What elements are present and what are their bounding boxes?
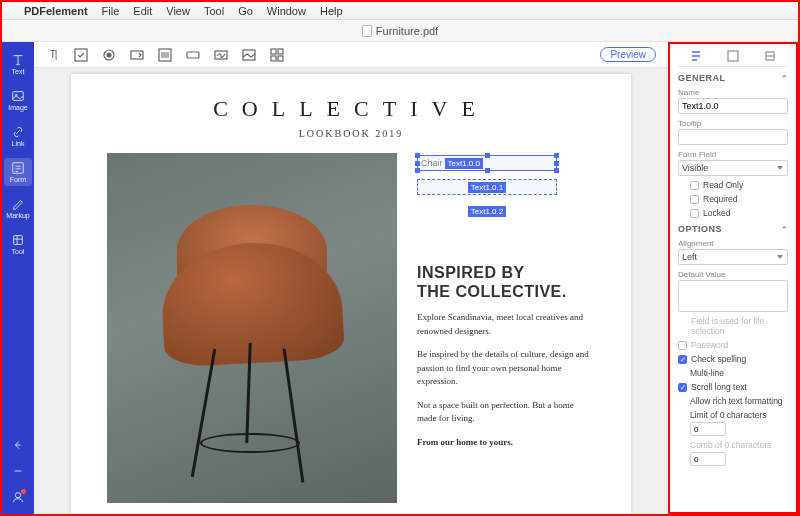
form-fields-area: Chair Text1.0.0 Text1.0.1 Text1.0.2 [417, 155, 595, 245]
sidebar-label: Tool [12, 248, 25, 255]
menu-help[interactable]: Help [320, 5, 343, 17]
link-icon [11, 125, 25, 139]
list-tool[interactable] [158, 48, 172, 62]
checkbox-file-selection[interactable]: Field is used for file selection [678, 316, 788, 336]
text-icon [11, 53, 25, 67]
preview-button[interactable]: Preview [600, 47, 656, 62]
checkbox-required[interactable]: Required [690, 194, 788, 204]
app-menu[interactable]: PDFelement [24, 5, 88, 17]
label-tooltip: Tooltip [678, 119, 788, 128]
page-subheading: LOOKBOOK 2019 [107, 128, 595, 139]
document-icon [362, 25, 372, 37]
properties-panel: GENERAL⌃ Name Tooltip Form Field Visible… [668, 42, 798, 514]
svg-rect-17 [728, 51, 738, 61]
body-paragraph: From our home to yours. [417, 436, 595, 450]
field-tag: Text1.0.2 [468, 206, 506, 217]
svg-rect-13 [271, 49, 276, 54]
label-formfield: Form Field [678, 150, 788, 159]
tab-actions-icon[interactable] [764, 50, 776, 62]
select-alignment[interactable]: Left [678, 249, 788, 265]
label-alignment: Alignment [678, 239, 788, 248]
checkbox-locked[interactable]: Locked [690, 208, 788, 218]
image-icon [11, 89, 25, 103]
menu-tool[interactable]: Tool [204, 5, 224, 17]
sidebar-label: Form [10, 176, 26, 183]
checkbox-comb[interactable]: Comb of 0 characters [690, 440, 788, 450]
checkbox-spelling[interactable]: Check spelling [678, 354, 788, 364]
page-heading: COLLECTIVE [107, 96, 595, 122]
markup-icon [11, 197, 25, 211]
label-default: Default Value [678, 270, 788, 279]
chevron-up-icon: ⌃ [781, 74, 789, 83]
checkbox-scroll[interactable]: Scroll long text [678, 382, 788, 392]
menu-file[interactable]: File [102, 5, 120, 17]
sidebar-item-text[interactable]: Text [4, 50, 32, 78]
checkbox-readonly[interactable]: Read Only [690, 180, 788, 190]
input-comb[interactable] [690, 452, 726, 466]
copy-headline: INSPIRED BYTHE COLLECTIVE. [417, 263, 595, 301]
sidebar-item-image[interactable]: Image [4, 86, 32, 114]
sidebar-item-markup[interactable]: Markup [4, 194, 32, 222]
svg-rect-10 [187, 52, 199, 58]
textarea-default[interactable] [678, 280, 788, 312]
menu-edit[interactable]: Edit [133, 5, 152, 17]
input-limit[interactable] [690, 422, 726, 436]
field-tag: Text1.0.0 [445, 158, 483, 169]
body-paragraph: Be inspired by the details of culture, d… [417, 348, 595, 389]
chevron-up-icon: ⌃ [781, 225, 789, 234]
input-tooltip[interactable] [678, 129, 788, 145]
sidebar-label: Markup [6, 212, 29, 219]
form-toolbar: T| Preview [34, 42, 668, 68]
macos-menubar: PDFelement File Edit View Tool Go Window… [2, 2, 798, 20]
checkbox-multiline[interactable]: Multi-line [690, 368, 788, 378]
section-options[interactable]: OPTIONS⌃ [678, 224, 788, 234]
recognize-tool[interactable] [270, 48, 284, 62]
radio-tool[interactable] [102, 48, 116, 62]
form-field-text1.0.0[interactable]: Chair Text1.0.0 [417, 155, 557, 171]
field-placeholder: Chair [421, 158, 443, 168]
image-field-tool[interactable] [242, 48, 256, 62]
input-name[interactable] [678, 98, 788, 114]
body-paragraph: Explore Scandinavia, meet local creative… [417, 311, 595, 338]
label-name: Name [678, 88, 788, 97]
svg-rect-0 [13, 92, 24, 101]
sidebar-label: Image [8, 104, 27, 111]
checkbox-limit[interactable]: Limit of 0 characters [690, 410, 788, 420]
pdf-page[interactable]: COLLECTIVE LOOKBOOK 2019 Chair Text1.0.0 [71, 74, 631, 514]
user-icon[interactable] [11, 490, 25, 506]
checkbox-tool[interactable] [74, 48, 88, 62]
product-photo [107, 153, 397, 503]
minimize-icon[interactable] [11, 464, 25, 478]
notification-dot [21, 489, 26, 494]
sidebar-label: Text [12, 68, 25, 75]
menu-view[interactable]: View [166, 5, 190, 17]
section-general[interactable]: GENERAL⌃ [678, 73, 788, 83]
select-formfield[interactable]: Visible [678, 160, 788, 176]
svg-rect-5 [75, 49, 87, 61]
panel-tabs [678, 50, 788, 67]
checkbox-richtext[interactable]: Allow rich text formatting [690, 396, 788, 406]
form-field-text1.0.1[interactable]: Text1.0.1 [417, 179, 557, 195]
svg-point-7 [107, 53, 111, 57]
svg-rect-15 [271, 56, 276, 61]
menu-go[interactable]: Go [238, 5, 253, 17]
sidebar-item-link[interactable]: Link [4, 122, 32, 150]
undo-icon[interactable] [11, 438, 25, 452]
menu-window[interactable]: Window [267, 5, 306, 17]
svg-rect-3 [14, 236, 23, 245]
form-field-text1.0.2[interactable]: Text1.0.2 [417, 203, 557, 219]
signature-tool[interactable] [214, 48, 228, 62]
left-sidebar: Text Image Link Form Markup Tool [2, 42, 34, 514]
document-title: Furniture.pdf [376, 25, 438, 37]
combo-tool[interactable] [130, 48, 144, 62]
tab-general-icon[interactable] [690, 50, 702, 62]
text-field-tool[interactable]: T| [46, 48, 60, 62]
button-tool[interactable] [186, 48, 200, 62]
checkbox-password[interactable]: Password [678, 340, 788, 350]
form-icon [11, 161, 25, 175]
tab-appearance-icon[interactable] [727, 50, 739, 62]
svg-point-4 [15, 493, 20, 498]
sidebar-item-form[interactable]: Form [4, 158, 32, 186]
tool-icon [11, 233, 25, 247]
sidebar-item-tool[interactable]: Tool [4, 230, 32, 258]
